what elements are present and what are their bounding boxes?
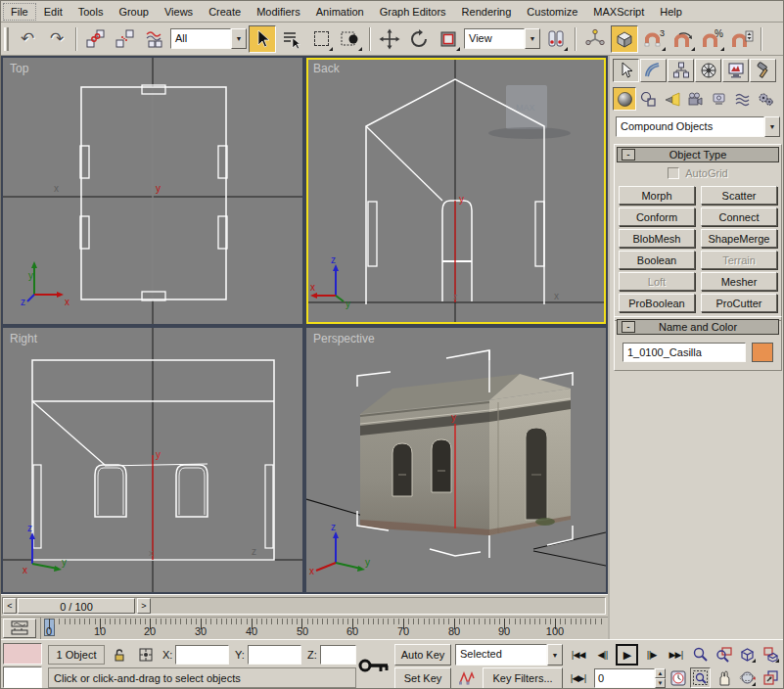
y-coordinate-field[interactable] [248,645,301,665]
spinner-down-icon[interactable]: ▼ [655,678,666,688]
track-bar-ruler[interactable]: 0 10 20 30 40 50 60 70 80 90 100 [40,618,606,640]
object-name-field[interactable]: 1_0100_Casilla [623,343,746,362]
select-and-move-button[interactable] [376,25,403,53]
menu-help[interactable]: Help [652,3,690,21]
menu-group[interactable]: Group [111,3,157,21]
dropdown-arrow-icon[interactable]: ▼ [547,644,563,666]
tab-utilities[interactable] [750,59,776,82]
zoom-extents-button[interactable] [737,644,758,665]
toolbar-grip[interactable] [4,27,9,51]
viewport-perspective-canvas[interactable]: y z x y [306,328,606,592]
tab-create[interactable] [613,59,639,82]
category-space-warps[interactable] [730,87,754,111]
autogrid-checkbox[interactable] [668,167,679,179]
keyboard-shortcut-override-button[interactable] [611,25,638,53]
conform-button[interactable]: Conform [619,207,695,226]
menu-create[interactable]: Create [201,3,249,21]
morph-button[interactable]: Morph [619,186,695,205]
spinner-snap-toggle-button[interactable] [728,25,756,53]
region-zoom-button[interactable] [690,667,711,688]
key-mode-dropdown[interactable]: Selected ▼ [455,644,563,666]
viewport-top[interactable]: Top x y [3,58,302,324]
x-coordinate-field[interactable] [175,645,229,665]
time-slider-handle[interactable]: 0 / 100 [18,598,135,614]
shapemerge-button[interactable]: ShapeMerge [701,229,777,248]
menu-maxscript[interactable]: MAXScript [585,3,652,21]
object-color-swatch[interactable] [752,343,773,362]
frame-spinner[interactable]: ▲▼ [655,668,666,688]
maximize-viewport-toggle-button[interactable] [761,667,781,688]
absolute-offset-mode-toggle[interactable] [134,645,158,665]
menu-file[interactable]: File [3,3,36,21]
window-crossing-toggle-button[interactable] [337,25,364,53]
select-and-manipulate-button[interactable] [581,25,609,53]
category-helpers[interactable] [707,87,730,111]
viewport-top-canvas[interactable]: x y y x z [3,58,302,324]
bind-to-space-warp-button[interactable] [141,25,168,53]
object-type-rollout-header[interactable]: - Object Type [617,147,779,162]
angle-snap-toggle-button[interactable] [669,25,697,53]
set-keys-button[interactable] [357,650,391,681]
dropdown-arrow-icon[interactable]: ▼ [764,116,780,137]
use-pivot-point-center-button[interactable] [542,25,570,53]
percent-snap-toggle-button[interactable]: % [699,25,726,53]
menu-animation[interactable]: Animation [308,3,372,21]
maxscript-macro-recorder[interactable] [3,643,42,665]
viewport-right-label[interactable]: Right [10,332,37,345]
category-systems[interactable] [754,87,777,111]
z-coordinate-field[interactable] [320,645,356,665]
tab-modify[interactable] [640,59,667,82]
selection-filter-dropdown[interactable]: All ▼ [170,28,247,49]
undo-button[interactable]: ↶ [14,25,41,53]
category-shapes[interactable] [636,87,660,111]
category-cameras[interactable] [683,87,707,111]
category-geometry[interactable] [613,87,636,111]
open-mini-curve-editor-button[interactable] [3,619,36,638]
connect-button[interactable]: Connect [701,207,777,226]
tab-hierarchy[interactable] [668,59,694,82]
time-configuration-button[interactable] [669,667,688,689]
menu-graph-editors[interactable]: Graph Editors [372,3,454,21]
viewport-back-canvas[interactable]: MAX y z x [306,58,606,324]
menu-rendering[interactable]: Rendering [454,3,520,21]
select-object-button[interactable] [249,25,276,53]
mesher-button[interactable]: Mesher [701,272,777,291]
time-slider-next-button[interactable]: > [137,598,151,614]
blobmesh-button[interactable]: BlobMesh [619,229,695,248]
go-to-start-button[interactable]: |◀◀ [567,644,589,666]
object-category-dropdown[interactable]: Compound Objects ▼ [616,116,780,137]
tab-motion[interactable] [695,59,721,82]
redo-button[interactable]: ↷ [43,25,70,53]
proboolean-button[interactable]: ProBoolean [619,294,695,312]
go-to-end-button[interactable]: ▶▶| [665,644,687,666]
category-lights[interactable] [660,87,683,111]
zoom-button[interactable] [690,644,711,665]
reference-coordinate-system-dropdown[interactable]: View ▼ [464,28,540,49]
menu-edit[interactable]: Edit [36,3,70,21]
play-animation-button[interactable]: ▶ [616,644,638,666]
default-in-out-tangents-button[interactable] [455,667,479,689]
pan-view-button[interactable] [714,667,734,688]
set-key-button[interactable]: Set Key [394,667,451,689]
viewport-perspective[interactable]: Perspective [306,328,606,592]
menu-modifiers[interactable]: Modifiers [249,3,308,21]
menu-tools[interactable]: Tools [70,3,112,21]
zoom-extents-all-button[interactable] [761,644,781,665]
zoom-all-button[interactable] [714,644,734,665]
menu-customize[interactable]: Customize [519,3,585,21]
snaps-toggle-button[interactable]: 3 [640,25,668,53]
unlink-selection-button[interactable] [112,25,139,53]
selection-lock-toggle[interactable] [109,645,130,665]
collapse-icon[interactable]: - [622,149,635,161]
collapse-icon[interactable]: - [622,321,635,333]
current-frame-field[interactable]: 0 [594,668,655,688]
rectangular-selection-region-button[interactable] [307,25,335,53]
spinner-up-icon[interactable]: ▲ [655,668,666,678]
viewport-top-label[interactable]: Top [10,62,28,75]
time-slider-prev-button[interactable]: < [3,598,17,614]
procutter-button[interactable]: ProCutter [701,294,777,312]
viewport-perspective-label[interactable]: Perspective [313,332,375,345]
dropdown-arrow-icon[interactable]: ▼ [231,28,247,49]
viewport-back-label[interactable]: Back [313,62,340,75]
select-by-name-button[interactable] [278,25,305,53]
